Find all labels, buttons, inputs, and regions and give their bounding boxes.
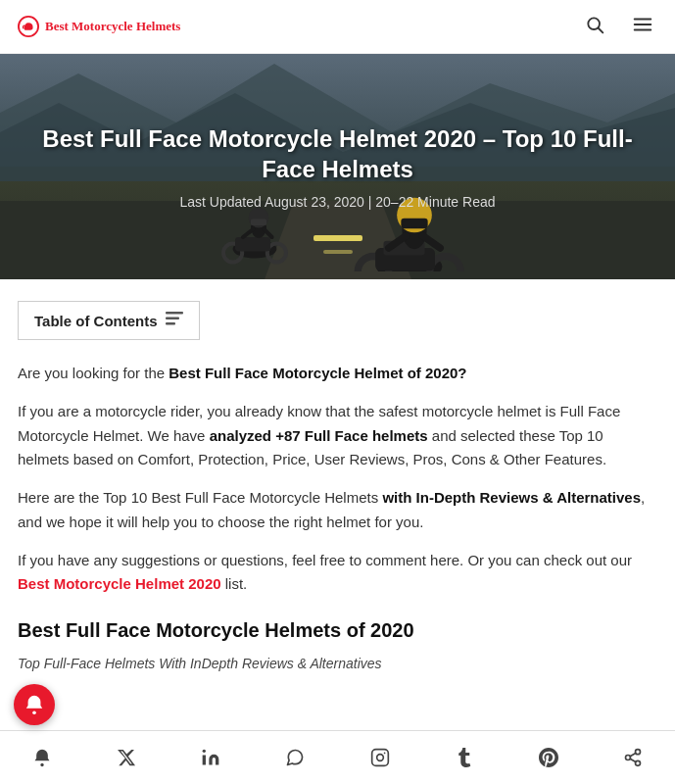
header-icons <box>581 10 657 44</box>
toc-icon <box>166 312 183 329</box>
para4-link[interactable]: Best Motorcycle Helmet 2020 <box>18 575 221 592</box>
tumblr-icon <box>455 748 474 767</box>
svg-line-31 <box>422 236 440 249</box>
article-para-1: Are you looking for the Best Full Face M… <box>18 362 657 386</box>
section-heading: Best Full Face Motorcycle Helmets of 202… <box>18 614 657 647</box>
bottom-share-bar <box>0 730 675 784</box>
hero-content: Best Full Face Motorcycle Helmet 2020 – … <box>0 123 675 210</box>
section-subheading: Top Full-Face Helmets With InDepth Revie… <box>18 653 657 675</box>
para4-suffix: list. <box>221 575 248 592</box>
twitter-share-button[interactable] <box>109 742 144 773</box>
svg-line-44 <box>630 759 636 761</box>
site-logo[interactable]: Best Motorcycle Helmets <box>18 16 180 37</box>
para1-bold: Best Full Face Motorcycle Helmet of 2020… <box>169 365 466 381</box>
share-icon <box>623 748 643 767</box>
instagram-icon <box>370 748 390 767</box>
twitter-icon <box>117 748 136 767</box>
site-header: Best Motorcycle Helmets <box>0 0 675 54</box>
svg-rect-15 <box>235 237 270 251</box>
main-content: Table of Contents Are you looking for th… <box>0 279 675 784</box>
article-para-2: If you are a motorcycle rider, you alrea… <box>18 400 657 472</box>
linkedin-share-button[interactable] <box>193 742 228 773</box>
article-para-4: If you have any suggestions or questions… <box>18 549 657 598</box>
svg-point-29 <box>402 220 426 227</box>
logo-text: Best Motorcycle Helmets <box>45 19 180 34</box>
toc-label: Table of Contents <box>34 313 158 329</box>
instagram-share-button[interactable] <box>362 742 398 773</box>
hero-subtitle: Last Updated August 23, 2020 | 20–22 Min… <box>29 194 646 210</box>
svg-point-37 <box>203 750 206 753</box>
search-icon <box>585 15 604 34</box>
para2-bold: analyzed +87 Full Face helmets <box>210 427 428 444</box>
bell-icon <box>24 694 45 715</box>
pinterest-icon <box>539 748 558 767</box>
article-para-3: Here are the Top 10 Best Full Face Motor… <box>18 486 657 535</box>
svg-line-45 <box>630 753 636 756</box>
menu-button[interactable] <box>628 10 657 44</box>
svg-point-35 <box>32 710 36 714</box>
hamburger-icon <box>632 14 653 35</box>
svg-rect-32 <box>166 312 183 315</box>
para1-prefix: Are you looking for the <box>18 365 169 381</box>
para3-bold: with In-Depth Reviews & Alternatives <box>382 489 641 506</box>
toc-toggle[interactable]: Table of Contents <box>18 301 200 340</box>
logo-icon <box>18 16 39 37</box>
svg-line-20 <box>265 229 272 237</box>
para3-prefix: Here are the Top 10 Best Full Face Motor… <box>18 489 382 506</box>
tumblr-share-button[interactable] <box>447 742 482 773</box>
svg-rect-34 <box>166 322 175 325</box>
article-body: Are you looking for the Best Full Face M… <box>18 362 657 675</box>
svg-rect-18 <box>251 220 266 225</box>
whatsapp-icon <box>285 748 305 767</box>
svg-line-2 <box>599 27 603 32</box>
svg-point-40 <box>383 753 385 755</box>
svg-point-39 <box>376 755 383 761</box>
whatsapp-share-button[interactable] <box>277 742 313 773</box>
search-button[interactable] <box>581 11 608 43</box>
notification-bell[interactable] <box>14 684 55 725</box>
hero-banner: Best Full Face Motorcycle Helmet 2020 – … <box>0 54 675 279</box>
svg-point-36 <box>40 763 43 766</box>
share-button[interactable] <box>615 742 651 773</box>
linkedin-icon <box>201 748 220 767</box>
svg-rect-38 <box>371 750 388 766</box>
para4-prefix: If you have any suggestions or questions… <box>18 552 632 568</box>
svg-rect-33 <box>166 318 179 320</box>
hero-title: Best Full Face Motorcycle Helmet 2020 – … <box>29 123 646 184</box>
svg-line-19 <box>243 229 253 237</box>
bottom-notify-button[interactable] <box>24 742 60 773</box>
pinterest-share-button[interactable] <box>531 742 566 773</box>
bell-bottom-icon <box>32 748 52 767</box>
